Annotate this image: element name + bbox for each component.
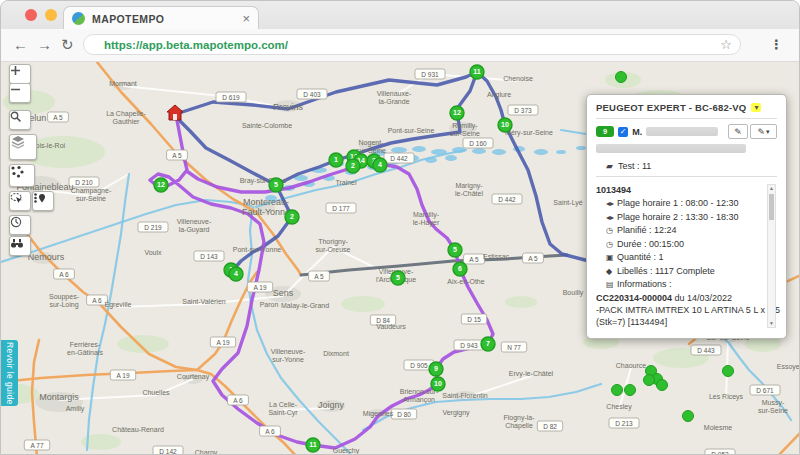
town-label: Montereau-Fault-Yonne — [242, 197, 290, 217]
move-stop-button[interactable] — [32, 191, 54, 211]
stop-dot[interactable] — [723, 366, 734, 377]
stop-details-scroll[interactable]: 1013494 ◂▸Plage horaire 1 : 08:00 - 12:3… — [596, 182, 777, 330]
stop-marker[interactable]: 10 — [431, 377, 445, 391]
order-stock: (Stk=7) [1134494] — [596, 316, 763, 328]
svg-text:D 210: D 210 — [75, 179, 93, 186]
minimize-window-button[interactable] — [45, 9, 57, 21]
guide-ribbon-button[interactable]: Revoir le guide — [1, 340, 18, 406]
stop-marker[interactable]: 7 — [481, 337, 495, 351]
vehicle-title: PEUGEOT EXPERT - BC-682-VQ — [596, 102, 746, 113]
town-label: Vergigny — [442, 409, 470, 417]
scroll-up-icon[interactable]: ▲ — [768, 185, 775, 192]
zoom-in-button[interactable] — [9, 64, 31, 84]
stop-dot[interactable] — [683, 411, 694, 422]
stop-marker[interactable]: 12 — [154, 178, 168, 192]
overview-button[interactable] — [9, 236, 31, 256]
stop-marker[interactable]: 12 — [450, 106, 464, 120]
stop-marker[interactable]: 5 — [391, 271, 405, 285]
road-badge: D 403 — [297, 89, 327, 99]
svg-text:A 5: A 5 — [528, 255, 538, 262]
popup-scrollbar[interactable]: ▲ ▼ — [767, 184, 776, 328]
svg-text:D 442: D 442 — [390, 155, 408, 162]
stop-dot[interactable] — [616, 72, 627, 83]
edit-stop-button[interactable]: ✎ — [728, 124, 748, 139]
svg-text:D 403: D 403 — [303, 91, 321, 98]
reload-icon[interactable]: ↻ — [61, 36, 74, 54]
stop-marker[interactable]: 6 — [453, 262, 467, 276]
stop-dot[interactable] — [612, 385, 623, 396]
town-label: Nogent-sur-Seine — [356, 139, 386, 154]
stop-marker[interactable]: 2 — [285, 210, 299, 224]
lasso-select-button[interactable] — [9, 191, 31, 211]
stop-marker[interactable]: 4 — [229, 267, 243, 281]
back-icon[interactable]: ← — [13, 36, 28, 54]
forest-patch — [505, 296, 537, 308]
zoom-out-button[interactable] — [9, 83, 31, 103]
vehicle-dropdown-caret-icon[interactable]: ▾ — [751, 103, 761, 112]
town-label: Dixmont — [323, 350, 349, 357]
water-patch — [534, 149, 548, 155]
stop-dot[interactable] — [644, 375, 655, 386]
stop-marker[interactable]: 10 — [498, 118, 512, 132]
forward-icon[interactable]: → — [37, 36, 52, 54]
road-badge: D 15 — [461, 314, 486, 324]
town-label: Ervy-le-Châtel — [509, 370, 554, 378]
quantity-icon: ▣ — [606, 252, 617, 265]
address-bar[interactable]: https://app.beta.mapotempo.com/ ☆ — [83, 34, 741, 55]
scroll-down-icon[interactable]: ▼ — [768, 320, 775, 327]
history-button[interactable] — [9, 215, 31, 235]
edit-stop-dropdown-button[interactable]: ✎▾ — [750, 124, 777, 139]
town-label: Courtenay — [177, 373, 210, 381]
town-label: Essoyes — [777, 363, 799, 371]
stop-marker[interactable]: 2 — [346, 159, 360, 173]
road-badge: D 671 — [750, 385, 780, 395]
map-canvas[interactable]: D 619D 210D 403D 931D 373D 160D 442D 442… — [1, 62, 799, 454]
browser-menu-icon[interactable]: ⋮ — [770, 37, 783, 52]
divider — [596, 176, 777, 177]
town-label: Guerchy — [333, 447, 360, 454]
close-window-button[interactable] — [25, 9, 37, 21]
stop-dot[interactable] — [625, 385, 636, 396]
clustering-button[interactable] — [9, 164, 35, 187]
road-badge: D 80 — [391, 409, 416, 419]
svg-text:A 77: A 77 — [30, 442, 43, 449]
town-label: Provins — [273, 102, 304, 112]
stop-marker[interactable]: 4 — [373, 158, 387, 172]
stop-marker[interactable]: 5 — [269, 178, 283, 192]
tag-icon: ▰ — [606, 161, 613, 171]
town-label: Champagne-sur-Seine — [71, 187, 112, 202]
stop-dot[interactable] — [657, 380, 668, 391]
road-badge: D 953 — [705, 449, 735, 454]
svg-text:4: 4 — [234, 270, 238, 277]
mapotempo-favicon — [72, 12, 85, 25]
browser-tab[interactable]: MAPOTEMPO × — [63, 6, 259, 30]
stop-checkbox[interactable]: ✓ — [618, 127, 628, 137]
order-reference: CC220314-000004 — [596, 293, 672, 303]
town-label: Saint-Florentin — [442, 392, 488, 399]
stop-marker[interactable]: 9 — [429, 362, 443, 376]
stop-marker[interactable]: 11 — [306, 438, 320, 452]
tab-close-icon[interactable]: × — [242, 12, 250, 25]
layers-button[interactable] — [9, 134, 37, 160]
scrollbar-thumb[interactable] — [769, 194, 774, 220]
stop-marker[interactable]: 1 — [329, 153, 343, 167]
town-label: Chuelles — [142, 389, 170, 396]
bookmark-star-icon[interactable]: ☆ — [720, 37, 732, 52]
town-label: Thorigny-sur-Oreuse — [315, 238, 350, 253]
stop-marker[interactable]: 5 — [448, 243, 462, 257]
svg-text:D 213: D 213 — [615, 420, 633, 427]
detail-line: ◆Libellés : 1117 Complete — [596, 265, 763, 279]
town-label: Bouilly — [563, 289, 584, 297]
divider — [596, 118, 777, 119]
url-text[interactable]: https://app.beta.mapotempo.com/ — [104, 39, 720, 51]
road-badge: D 143 — [194, 251, 224, 261]
zoom-area-button[interactable] — [9, 110, 31, 130]
road-badge: A 5 — [523, 253, 544, 263]
stop-marker[interactable]: 11 — [470, 65, 484, 79]
road-badge: D 943 — [454, 340, 484, 350]
road-badge: D 142 — [153, 446, 183, 454]
svg-text:A 19: A 19 — [116, 372, 129, 379]
svg-text:12: 12 — [157, 181, 165, 188]
town-label: Montargis — [39, 392, 79, 402]
svg-text:D 142: D 142 — [159, 448, 177, 454]
